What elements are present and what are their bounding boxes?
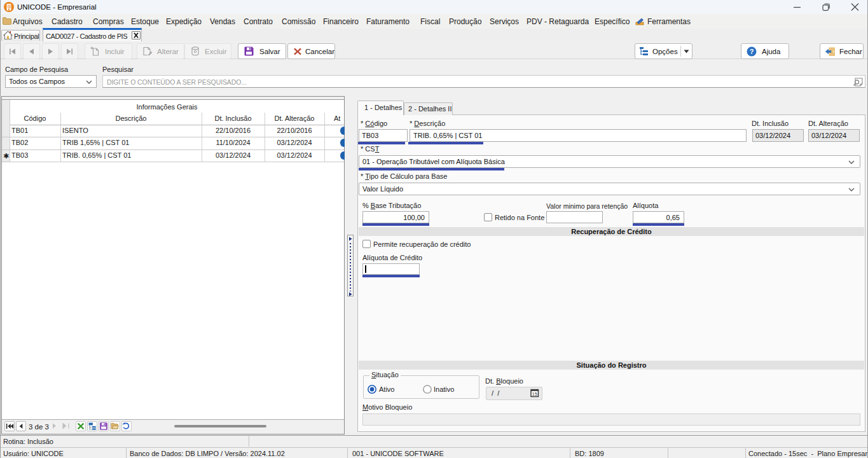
- svg-text:?: ?: [750, 48, 754, 55]
- svg-text:15: 15: [532, 391, 537, 397]
